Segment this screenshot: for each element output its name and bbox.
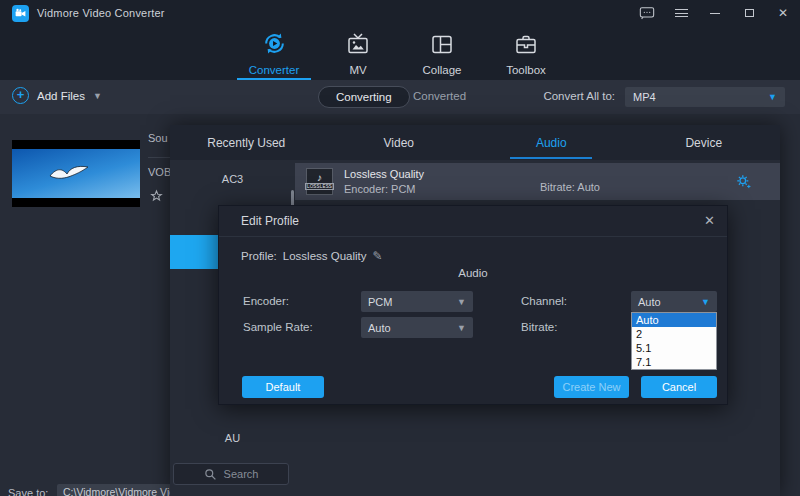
app-logo-icon: [12, 5, 29, 22]
minimize-icon[interactable]: [706, 5, 724, 21]
profile-value: Lossless Quality: [283, 250, 367, 262]
dialog-close-icon[interactable]: ✕: [704, 213, 715, 228]
chevron-down-icon: ▼: [93, 91, 102, 101]
feedback-icon[interactable]: [638, 5, 656, 21]
profile-bitrate: Bitrate: Auto: [540, 181, 600, 193]
profile-name-row: Profile: Lossless Quality ✎: [241, 249, 383, 263]
channel-option-2[interactable]: 2: [632, 327, 716, 341]
tab-toolbox-label: Toolbox: [506, 64, 546, 76]
dialog-header: Edit Profile ✕: [219, 206, 727, 237]
app-window: Vidmore Video Converter ✕ Converter MV: [0, 0, 800, 496]
main-nav: Converter MV Collage Toolbox: [0, 26, 800, 80]
converting-tab[interactable]: Converting: [318, 86, 410, 108]
toolbox-icon: [514, 32, 538, 61]
music-note-icon: ♪: [317, 173, 322, 182]
tab-converter[interactable]: Converter: [235, 26, 313, 80]
source-column-label: Sou: [148, 132, 168, 144]
close-icon[interactable]: ✕: [774, 5, 792, 21]
channel-option-7-1[interactable]: 7.1: [632, 355, 716, 369]
profile-row-lossless[interactable]: ♪ LOSSLESS Lossless Quality Encoder: PCM…: [295, 163, 780, 200]
cancel-button[interactable]: Cancel: [641, 376, 717, 398]
gear-edit-icon[interactable]: [735, 173, 752, 194]
edit-star-icon[interactable]: [148, 188, 165, 209]
video-thumbnail[interactable]: [12, 140, 140, 207]
create-new-button[interactable]: Create New: [554, 376, 629, 398]
chevron-down-icon: ▼: [768, 92, 777, 102]
convert-all-label: Convert All to:: [543, 90, 615, 102]
plus-icon: +: [12, 87, 29, 104]
thumbnail-image: [12, 149, 140, 198]
bitrate-label: Bitrate:: [521, 321, 557, 333]
profile-label: Profile:: [241, 250, 277, 262]
chevron-down-icon: ▼: [701, 297, 710, 307]
channel-select[interactable]: Auto ▼: [631, 291, 717, 312]
output-format-select[interactable]: MP4 ▼: [625, 87, 785, 107]
format-panel-tabs: Recently Used Video Audio Device: [170, 125, 780, 160]
lossless-badge-label: LOSSLESS: [305, 183, 334, 190]
tab-video[interactable]: Video: [323, 125, 476, 160]
mv-icon: [346, 32, 370, 61]
save-to-label: Save to:: [8, 487, 48, 496]
menu-icon[interactable]: [672, 5, 690, 21]
sample-rate-value: Auto: [368, 322, 391, 334]
output-format-value: MP4: [633, 91, 656, 103]
converted-tab[interactable]: Converted: [413, 90, 466, 102]
search-icon: [204, 468, 217, 481]
add-files-button[interactable]: + Add Files ▼: [12, 87, 102, 104]
audio-section-title: Audio: [219, 267, 727, 279]
titlebar: Vidmore Video Converter ✕: [0, 0, 800, 26]
toolbar: + Add Files ▼ Converting Converted Conve…: [0, 80, 800, 114]
maximize-icon[interactable]: [740, 5, 758, 21]
edit-pencil-icon[interactable]: ✎: [373, 249, 383, 263]
channel-option-5-1[interactable]: 5.1: [632, 341, 716, 355]
converting-label: Converting: [336, 91, 392, 103]
tab-device[interactable]: Device: [628, 125, 781, 160]
profile-encoder: Encoder: PCM: [344, 183, 424, 195]
encoder-select[interactable]: PCM ▼: [361, 291, 473, 312]
edit-profile-dialog: Edit Profile ✕ Profile: Lossless Quality…: [218, 205, 728, 405]
media-format-label: VOB: [148, 166, 171, 178]
collage-icon: [430, 32, 454, 61]
add-files-label: Add Files: [37, 90, 85, 102]
search-input[interactable]: Search: [173, 463, 289, 485]
dialog-title: Edit Profile: [241, 214, 299, 228]
lossless-badge-icon: ♪ LOSSLESS: [306, 168, 333, 195]
tab-audio[interactable]: Audio: [475, 125, 628, 160]
channel-option-auto[interactable]: Auto: [632, 313, 716, 327]
tab-mv-label: MV: [349, 64, 366, 76]
encoder-value: PCM: [368, 296, 392, 308]
window-title: Vidmore Video Converter: [37, 7, 165, 19]
tab-collage-label: Collage: [423, 64, 462, 76]
sidebar-item-ac3[interactable]: AC3: [170, 160, 295, 197]
chevron-down-icon: ▼: [457, 323, 466, 333]
channel-dropdown-list: Auto 2 5.1 7.1: [631, 312, 717, 370]
encoder-label: Encoder:: [243, 295, 289, 307]
tab-collage[interactable]: Collage: [403, 26, 481, 80]
divider: [148, 157, 170, 158]
channel-value: Auto: [638, 296, 661, 308]
channel-label: Channel:: [521, 295, 567, 307]
sample-rate-select[interactable]: Auto ▼: [361, 317, 473, 338]
sidebar-scrollbar[interactable]: [291, 190, 294, 206]
tab-toolbox[interactable]: Toolbox: [487, 26, 565, 80]
sidebar-item-au[interactable]: AU: [170, 419, 295, 456]
search-placeholder: Search: [224, 468, 259, 480]
tab-recently-used[interactable]: Recently Used: [170, 125, 323, 160]
profile-title: Lossless Quality: [344, 168, 424, 180]
tab-converter-label: Converter: [249, 64, 300, 76]
default-button[interactable]: Default: [242, 376, 324, 398]
sample-rate-label: Sample Rate:: [243, 321, 313, 333]
tab-mv[interactable]: MV: [319, 26, 397, 80]
chevron-down-icon: ▼: [457, 297, 466, 307]
converter-icon: [261, 30, 288, 61]
